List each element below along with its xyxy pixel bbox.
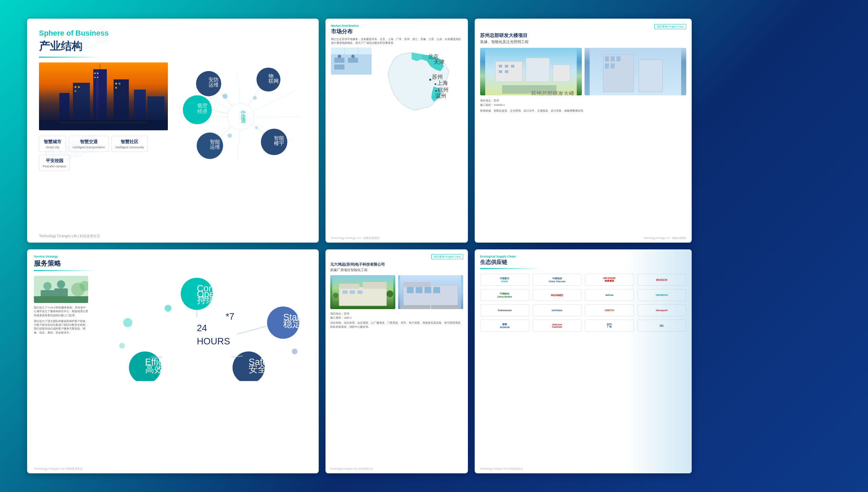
svg-rect-59	[334, 58, 344, 63]
tag-en-2: Intelligent community	[115, 146, 144, 149]
service-text2: 我们设力了强大团队的家战和保护客户有效，为客户提供化综合集成了跟踪分配安全机制，…	[34, 319, 88, 335]
title-divider	[39, 57, 100, 58]
svg-point-135	[333, 293, 338, 298]
detail-area: 施工面积：104000㎡	[480, 103, 686, 108]
svg-line-121	[237, 326, 267, 334]
tags-row: 智慧城市 Smart city 智慧交通 Intelligent transpo…	[39, 136, 168, 171]
detail-scope: 装饰装修、智能化改造、泛光照明、设计文件、立项报道、设计安装、竣峻调整测试等。	[480, 109, 686, 113]
project-footer: Technology Strategy LLC · 战略发展报告	[644, 236, 686, 240]
svg-rect-6	[134, 90, 146, 124]
brand-chinatelecom: 中国电信China Telecom	[533, 274, 582, 286]
factory-title: 新建厂房项目智能化工程	[330, 268, 463, 272]
svg-text:经济: 经济	[197, 109, 208, 114]
svg-rect-132	[342, 290, 348, 294]
svg-rect-91	[605, 56, 609, 61]
tag-cn-3: 平安校园	[43, 158, 66, 164]
market-title-cn: 市场分布	[331, 28, 462, 35]
svg-rect-80	[553, 65, 570, 82]
svg-text:楼宇: 楼宇	[274, 140, 284, 146]
svg-rect-131	[363, 282, 387, 289]
svg-text:智能: 智能	[210, 139, 220, 145]
svg-point-126	[119, 343, 125, 348]
service-photo	[34, 276, 88, 303]
detail-location: 项目地点：苏州	[480, 99, 686, 103]
svg-rect-18	[97, 77, 98, 78]
page-container: 中捷通 中捷通 中捷通 Sphere of Business 产业结构	[27, 19, 841, 473]
svg-rect-140	[407, 287, 414, 293]
tag-campus: 平安校园 Peaceful campus	[39, 155, 70, 171]
svg-rect-92	[611, 56, 615, 61]
project-title1: 苏州总部研发大楼项目	[480, 33, 686, 39]
tag-community: 智慧社区 Intelligent community	[112, 136, 148, 152]
eco-divider	[480, 268, 541, 269]
svg-point-57	[255, 126, 258, 129]
brand-johnson: JohnsonControls	[533, 320, 582, 332]
svg-text:运维: 运维	[209, 82, 219, 88]
network-area: 中 捷 通 安防 运维 物 联网 低空 经济	[175, 62, 307, 171]
svg-point-97	[43, 282, 52, 290]
tag-smart-city: 智慧城市 Smart city	[39, 136, 66, 152]
svg-rect-84	[511, 65, 514, 68]
brand-jieshun: 捷顺JieSHUN	[480, 320, 529, 332]
svg-point-63	[351, 55, 355, 58]
slide-main: 中捷通 中捷通 中捷通 Sphere of Business 产业结构	[27, 19, 319, 243]
svg-text:温州: 温州	[435, 93, 446, 99]
slide-factory: 项目案例 Project Case 元六鸿远(苏州)电子科技有限公司 新建厂房项…	[326, 249, 468, 473]
svg-rect-79	[526, 58, 550, 82]
svg-text:通: 通	[241, 118, 246, 124]
svg-point-136	[387, 290, 393, 297]
city-image	[39, 62, 168, 130]
factory-location: 项目地点：苏州	[330, 312, 463, 316]
svg-rect-17	[94, 77, 96, 78]
svg-text:苏州总部研发大楼: 苏州总部研发大楼	[531, 91, 574, 95]
svg-text:杭州: 杭州	[437, 87, 449, 93]
tag-cn-2: 智慧社区	[115, 139, 144, 145]
svg-text:苏州: 苏州	[432, 74, 443, 80]
factory-photo-1	[330, 275, 395, 309]
svg-rect-13	[119, 83, 120, 84]
service-title-cn: 服务策略	[34, 259, 312, 268]
svg-rect-95	[611, 63, 615, 69]
svg-rect-60	[348, 58, 358, 63]
brand-enne: 中国普天ENNE	[480, 274, 529, 286]
eco-footer: Technology Changes Life | 科技改变生活	[480, 467, 523, 471]
svg-rect-134	[357, 290, 362, 294]
svg-rect-86	[505, 70, 508, 73]
market-footer: Technology Strategy LLC · 战略发展报告	[331, 236, 380, 240]
slide-main-title-cn: 产业结构	[39, 39, 307, 54]
svg-rect-16	[97, 73, 98, 74]
svg-text:上海: 上海	[437, 80, 448, 86]
svg-point-62	[338, 55, 341, 58]
svg-point-70	[433, 96, 434, 97]
svg-rect-143	[433, 287, 440, 293]
factory-photo-2	[398, 275, 463, 309]
tag-en-3: Peaceful campus	[43, 165, 66, 168]
svg-text:稳定: 稳定	[283, 319, 301, 329]
svg-rect-83	[505, 65, 508, 68]
svg-rect-90	[639, 60, 663, 92]
slide-service: Service Strategy 服务策略	[27, 249, 319, 473]
svg-rect-82	[499, 65, 502, 68]
svg-rect-5	[114, 79, 129, 124]
svg-rect-11	[75, 90, 76, 92]
svg-rect-130	[339, 284, 359, 289]
svg-point-98	[57, 280, 65, 288]
slide-market: Market Distribution 市场分布 我们立足苏州市场服务，业务覆盖…	[326, 19, 468, 243]
svg-rect-101	[34, 296, 88, 303]
svg-rect-94	[605, 63, 609, 69]
svg-text:北京: 北京	[428, 54, 439, 59]
svg-text:天津: 天津	[434, 59, 445, 65]
svg-rect-8	[147, 96, 164, 124]
market-text: 我们立足苏州市场服务，业务覆盖华东、北京、上海、广州、苏州、浙江、安徽、江苏、山…	[331, 37, 462, 45]
svg-rect-19	[39, 120, 168, 130]
svg-rect-93	[616, 56, 620, 61]
brand-chinamobile: 中国移动China Mobile	[480, 289, 529, 301]
factory-footer: Technology Changes Life | 科技改变生活	[330, 467, 373, 471]
market-tag-en: Market Distribution	[331, 24, 462, 27]
svg-rect-139	[403, 282, 431, 287]
svg-text:安全: 安全	[249, 364, 267, 374]
project-tag: 项目案例 Project Case	[654, 24, 686, 29]
service-diagram: 24 *7 HOURS Continuous Operation 持续运行 St…	[93, 276, 312, 381]
svg-point-55	[253, 96, 257, 100]
svg-rect-142	[425, 287, 431, 293]
